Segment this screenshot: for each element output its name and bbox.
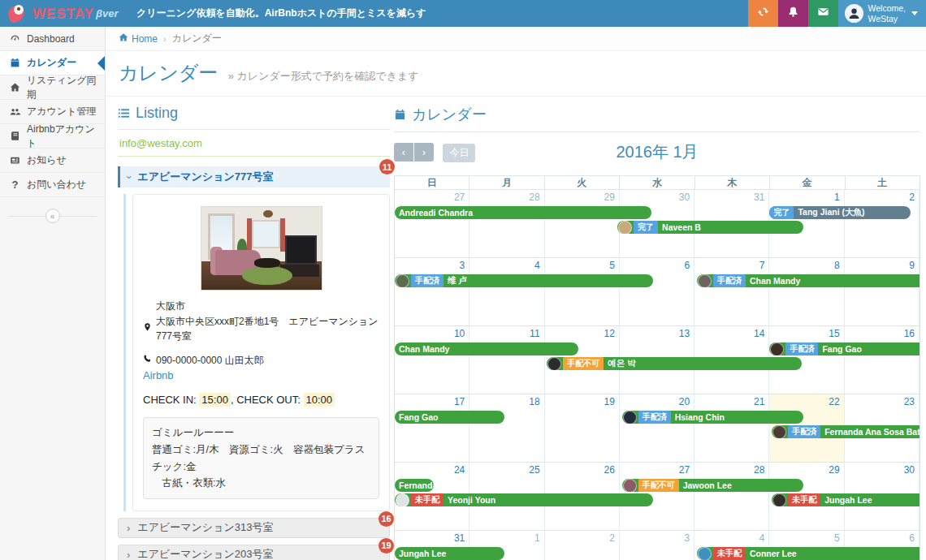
date-number: 29 xyxy=(604,192,614,203)
calendar-panel-title: カレンダー xyxy=(412,105,487,124)
calendar-day-cell[interactable]: 8 xyxy=(769,258,844,325)
event-guest-name: Conner Lee xyxy=(749,549,802,558)
sidebar-collapse-button[interactable]: « xyxy=(45,209,60,223)
date-number: 4 xyxy=(759,532,765,544)
calendar-day-cell[interactable]: 28 xyxy=(469,190,544,257)
sidebar-item-airbnb-account[interactable]: Airbnbアカウント xyxy=(0,124,105,149)
event-guest-name: Fernanda xyxy=(395,480,434,490)
calendar-day-cell[interactable]: 2 xyxy=(845,190,920,257)
sidebar-item-label: お知らせ xyxy=(27,153,67,167)
calendar-day-cell[interactable]: 18 xyxy=(469,394,544,462)
sidebar-item-listing-sync[interactable]: リスティング同期 xyxy=(0,75,105,100)
user-menu[interactable]: Welcome, WeStay xyxy=(838,0,926,27)
event-guest-name: 예은 박 xyxy=(607,358,640,369)
calendar-day-cell[interactable]: 7 xyxy=(694,258,769,325)
sidebar-item-account-management[interactable]: アカウント管理 xyxy=(0,100,105,124)
calendar-day-cell[interactable]: 9 xyxy=(845,258,920,325)
header-actions: Welcome, WeStay xyxy=(748,0,926,27)
guest-avatar xyxy=(396,493,409,506)
date-number: 28 xyxy=(529,192,539,203)
app-logo[interactable]: WESTAY βver xyxy=(0,0,136,27)
sidebar-item-news[interactable]: お知らせ xyxy=(0,149,105,173)
day-of-week-label: 日 xyxy=(395,176,469,189)
calendar-day-cell[interactable]: 10 xyxy=(395,326,469,394)
guest-avatar xyxy=(618,221,632,234)
calendar-day-cell[interactable]: 20 xyxy=(620,394,694,462)
property-city: 大阪市 xyxy=(156,299,379,314)
calendar-day-cell[interactable]: 2 xyxy=(545,531,620,560)
calendar-day-cell[interactable]: 16 xyxy=(845,326,920,394)
guest-avatar xyxy=(698,274,712,287)
sidebar-item-contact[interactable]: ?お問い合わせ xyxy=(0,173,105,197)
event-guest-name: Hsiang Chin xyxy=(674,412,729,422)
date-number: 1 xyxy=(534,532,540,544)
notifications-button[interactable] xyxy=(778,0,808,27)
calendar-event[interactable]: 手配不可Jawoon Lee xyxy=(622,479,803,492)
calendar-month-title: 2016年 1月 xyxy=(394,141,920,163)
listing-accordion-collapsed[interactable]: ›エアビーマンション203号室19 xyxy=(118,545,390,560)
date-number: 24 xyxy=(454,464,465,476)
calendar-event[interactable]: 手配済Hsiang Chin xyxy=(622,411,803,424)
calendar-day-cell[interactable]: 11 xyxy=(469,326,544,394)
date-number: 11 xyxy=(530,328,539,339)
calendar-event[interactable]: Chan Mandy xyxy=(395,342,578,355)
refresh-button[interactable] xyxy=(748,0,778,27)
date-number: 29 xyxy=(829,464,839,476)
calendar-event[interactable]: 完了Tang Jiani (大魚) xyxy=(769,206,910,219)
event-status-badge: 手配済 xyxy=(785,342,818,355)
home-icon xyxy=(119,32,132,45)
calendar-event[interactable]: Jungah Lee xyxy=(395,547,504,560)
calendar-event[interactable]: 未手配Jungah Lee xyxy=(772,493,920,506)
calendar-day-cell[interactable]: 19 xyxy=(545,394,620,462)
sidebar-item-label: Dashboard xyxy=(27,33,75,45)
calendar-event[interactable]: 完了Naveen B xyxy=(617,221,803,234)
calendar-event[interactable]: Fang Gao xyxy=(395,411,504,424)
sidebar-item-dashboard[interactable]: Dashboard xyxy=(0,27,105,51)
calendar-event[interactable]: 手配済Fernanda Ana Sosa Batiz xyxy=(772,425,920,438)
calendar-day-cell[interactable]: 17 xyxy=(395,394,469,462)
book-icon xyxy=(9,130,21,142)
brand-name: WESTAY xyxy=(32,6,94,22)
calendar-day-cell[interactable]: 29 xyxy=(545,190,620,257)
calendar-day-cell[interactable]: 6 xyxy=(620,258,694,325)
calendar-event[interactable]: 手配済维 卢 xyxy=(395,274,653,287)
welcome-text: Welcome, xyxy=(868,3,907,13)
calendar-day-cell[interactable]: 4 xyxy=(469,258,544,325)
calendar-event[interactable]: 未手配Yeonji Youn xyxy=(395,493,653,506)
listing-accordion-collapsed[interactable]: ›エアビーマンション313号室16 xyxy=(118,518,390,538)
property-address-line: 大阪市中央区xxx町2番地1号 エアビーマンション777号室 xyxy=(143,314,379,344)
guest-avatar xyxy=(772,493,786,506)
messages-button[interactable] xyxy=(808,0,838,27)
calendar-event[interactable]: Andreadi Chandra xyxy=(395,206,651,219)
calendar-event[interactable]: Fernanda xyxy=(395,479,434,492)
event-status-badge: 未手配 xyxy=(788,493,820,506)
calendar-day-cell[interactable]: 5 xyxy=(545,258,620,325)
date-number: 27 xyxy=(679,464,690,476)
calendar-day-cell[interactable]: 3 xyxy=(620,531,694,560)
calendar-day-cell[interactable]: 3 xyxy=(395,258,469,325)
airbnb-link[interactable]: Airbnb xyxy=(143,369,174,381)
event-status-badge: 手配済 xyxy=(638,411,671,424)
date-number: 14 xyxy=(754,328,764,339)
guest-avatar xyxy=(623,479,637,492)
event-guest-name: Tang Jiani (大魚) xyxy=(797,207,869,218)
calendar-day-cell[interactable]: 21 xyxy=(694,394,769,462)
date-number: 9 xyxy=(909,260,915,271)
day-of-week-label: 木 xyxy=(695,176,770,189)
calendar-event[interactable]: 未手配Conner Lee xyxy=(697,547,920,560)
breadcrumb-home-link[interactable]: Home xyxy=(132,33,158,45)
guest-avatar xyxy=(770,342,784,355)
checkout-label: CHECK OUT: xyxy=(236,394,301,406)
event-guest-name: Fernanda Ana Sosa Batiz xyxy=(824,427,920,437)
calendar-event[interactable]: 手配済Chan Mandy xyxy=(697,274,920,287)
event-guest-name: Naveen B xyxy=(661,222,706,232)
date-number: 5 xyxy=(609,260,615,271)
sidebar-item-calendar[interactable]: カレンダー xyxy=(0,51,105,75)
listing-accordion-active[interactable]: › エアビーマンション777号室 11 xyxy=(118,166,390,187)
chevron-right-icon: › xyxy=(127,522,130,534)
calendar-day-cell[interactable]: 27 xyxy=(395,190,469,257)
calendar-day-cell[interactable]: 28 xyxy=(694,463,769,530)
calendar-event[interactable]: 手配不可예은 박 xyxy=(547,357,802,370)
page-header: カレンダー » カレンダー形式で予約を確認できます xyxy=(106,51,926,97)
calendar-event[interactable]: 手配済Fang Gao xyxy=(769,342,920,355)
